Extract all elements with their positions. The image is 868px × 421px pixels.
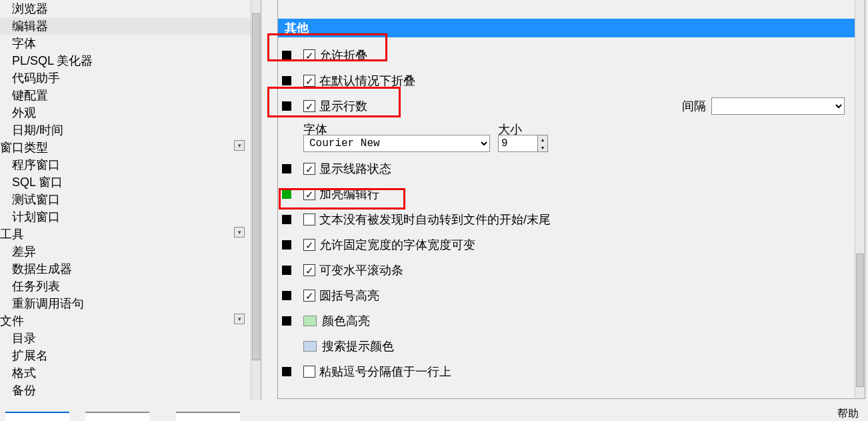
- checkbox-paste-comma[interactable]: [303, 366, 315, 378]
- bullet-icon: [282, 101, 291, 111]
- select-font[interactable]: Courier New: [303, 135, 490, 152]
- footer: 帮助: [0, 408, 868, 421]
- bullet-icon: [282, 342, 291, 351]
- spinner-down-icon[interactable]: ▼: [538, 143, 547, 151]
- label-allow-fold: 允许折叠: [319, 47, 367, 63]
- checkbox-fold-default[interactable]: [303, 75, 315, 87]
- sidebar-scrollbar[interactable]: [251, 0, 261, 400]
- tree-group-window[interactable]: 窗口类型 ▾: [0, 139, 261, 156]
- label-wrap-not-found: 文本没有被发现时自动转到文件的开始/末尾: [319, 212, 551, 228]
- tree-item-code-assist[interactable]: 代码助手: [0, 69, 261, 87]
- color-swatch-highlight[interactable]: [303, 316, 317, 326]
- checkbox-line-status[interactable]: [303, 163, 315, 175]
- bullet-icon: [282, 51, 291, 60]
- label-var-width: 允许固定宽度的字体宽度可变: [319, 237, 475, 253]
- tree-item-appearance[interactable]: 外观: [0, 104, 261, 121]
- checkbox-var-hscroll[interactable]: [303, 264, 315, 276]
- checkbox-show-lines[interactable]: [303, 100, 315, 112]
- tree-item-extension[interactable]: 扩展名: [0, 347, 261, 364]
- sidebar: 浏览器 编辑器 字体 PL/SQL 美化器 代码助手 键配置 外观 日期/时间 …: [0, 0, 261, 400]
- checkbox-allow-fold[interactable]: [303, 49, 315, 61]
- label-paste-comma: 粘贴逗号分隔值于一行上: [319, 364, 451, 380]
- tree-item-program-window[interactable]: 程序窗口: [0, 156, 261, 173]
- collapse-icon[interactable]: ▾: [234, 227, 245, 238]
- bullet-icon: [282, 316, 291, 326]
- label-color-highlight: 颜色高亮: [322, 313, 370, 329]
- checkbox-var-width[interactable]: [303, 239, 315, 251]
- collapse-icon[interactable]: ▾: [234, 140, 245, 151]
- section-header-other: 其他: [278, 19, 865, 37]
- bullet-icon: [282, 189, 291, 199]
- help-button[interactable]: 帮助: [837, 407, 859, 421]
- tree-item-directory[interactable]: 目录: [0, 330, 261, 347]
- bullet-icon: [282, 367, 291, 376]
- bullet-icon: [282, 76, 291, 85]
- tree-item-diff[interactable]: 差异: [0, 243, 261, 260]
- bullet-icon: [282, 240, 291, 250]
- label-fold-default: 在默认情况下折叠: [319, 73, 415, 89]
- label-show-lines: 显示行数: [319, 98, 367, 114]
- tree-group-tools[interactable]: 工具 ▾: [0, 226, 261, 243]
- tree-item-html-xml[interactable]: HTML/XML: [0, 399, 261, 400]
- tree-item-beautifier[interactable]: PL/SQL 美化器: [0, 52, 261, 69]
- input-font-size[interactable]: [498, 135, 538, 152]
- tree-item-editor[interactable]: 编辑器: [0, 17, 261, 35]
- spinner-up-icon[interactable]: ▲: [538, 135, 547, 143]
- label-highlight-edit: 加亮编辑行: [319, 186, 379, 202]
- tree-item-test-window[interactable]: 测试窗口: [0, 191, 261, 208]
- label-paren-highlight: 圆括号高亮: [319, 288, 379, 304]
- collapse-icon[interactable]: ▾: [234, 314, 245, 324]
- main-scrollbar[interactable]: [855, 0, 865, 399]
- tree-group-label: 文件: [0, 314, 24, 328]
- label-line-status: 显示线路状态: [319, 161, 391, 177]
- checkbox-wrap-not-found[interactable]: [303, 214, 315, 226]
- main-panel: 其他 允许折叠 在默认情况下折叠 显示行数 间隔: [261, 0, 868, 400]
- apply-button[interactable]: [176, 412, 240, 421]
- checkbox-paren-highlight[interactable]: [303, 290, 315, 302]
- tree-group-label: 工具: [0, 228, 24, 241]
- label-interval: 间隔: [682, 98, 706, 114]
- label-search-hint: 搜索提示颜色: [322, 338, 394, 354]
- bullet-icon: [282, 291, 291, 300]
- label-var-hscroll: 可变水平滚动条: [319, 262, 403, 278]
- checkbox-highlight-edit[interactable]: [303, 188, 315, 200]
- tree-item-plan-window[interactable]: 计划窗口: [0, 208, 261, 226]
- tree-item-datetime[interactable]: 日期/时间: [0, 121, 261, 139]
- tree-group-files[interactable]: 文件 ▾: [0, 312, 261, 330]
- bullet-icon: [282, 215, 291, 224]
- bullet-icon: [282, 266, 291, 275]
- tree-item-sql-window[interactable]: SQL 窗口: [0, 173, 261, 191]
- tree-item-backup[interactable]: 备份: [0, 382, 261, 399]
- spinner-font-size[interactable]: ▲ ▼: [538, 135, 548, 152]
- cancel-button[interactable]: [85, 412, 149, 421]
- bullet-icon: [282, 164, 291, 173]
- tree-item-format[interactable]: 格式: [0, 364, 261, 382]
- tree-item-font[interactable]: 字体: [0, 35, 261, 52]
- select-interval[interactable]: [711, 97, 845, 115]
- tree-item-browser[interactable]: 浏览器: [0, 0, 261, 17]
- color-swatch-search-hint[interactable]: [303, 341, 317, 352]
- tree-item-data-gen[interactable]: 数据生成器: [0, 260, 261, 278]
- tree-group-label: 窗口类型: [0, 141, 48, 154]
- ok-button[interactable]: [5, 412, 69, 421]
- tree-item-key-config[interactable]: 键配置: [0, 87, 261, 104]
- tree-item-recall[interactable]: 重新调用语句: [0, 295, 261, 312]
- tree-item-task-list[interactable]: 任务列表: [0, 278, 261, 295]
